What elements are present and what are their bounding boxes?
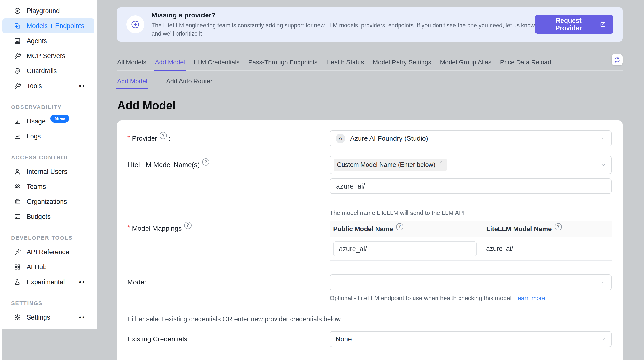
required-marker: * xyxy=(127,134,130,142)
submenu-dots-icon: •• xyxy=(79,314,86,321)
model-tabs: All ModelsAdd ModelLLM CredentialsPass-T… xyxy=(117,58,623,71)
external-link-icon xyxy=(600,21,606,28)
required-marker: * xyxy=(127,224,130,232)
provider-value: Azure AI Foundry (Studio) xyxy=(350,134,428,142)
mode-control xyxy=(330,274,612,290)
sidebar-item-label: Settings xyxy=(27,314,50,321)
mode-row: Mode: xyxy=(127,274,612,290)
public-model-name-input[interactable] xyxy=(333,241,477,256)
bar-chart-icon xyxy=(14,118,21,125)
litellm-model-name-value: azure_ai/ xyxy=(486,245,513,252)
provider-label: * Provider ? : xyxy=(127,130,330,146)
request-provider-label: Request Provider xyxy=(542,17,595,32)
sidebar-item-logs[interactable]: Logs xyxy=(2,129,94,144)
sidebar-item-ai-hub[interactable]: AI Hub xyxy=(2,260,94,274)
sidebar-item-label: API Reference xyxy=(27,248,69,256)
sidebar-item-usage[interactable]: UsageNew xyxy=(2,114,94,129)
custom-model-name-input[interactable] xyxy=(330,178,612,194)
line-chart-icon xyxy=(14,132,21,140)
chevron-down-icon xyxy=(600,280,606,285)
sidebar-item-label: Experimental xyxy=(27,278,65,286)
sidebar-item-teams[interactable]: Teams xyxy=(2,179,94,194)
model-names-control: Custom Model Name (Enter below) xyxy=(330,156,612,174)
public-model-name-cell xyxy=(330,237,471,261)
tab-model-retry-settings[interactable]: Model Retry Settings xyxy=(373,58,431,66)
wrench-icon xyxy=(14,82,21,90)
sidebar-item-label: Playground xyxy=(27,7,60,15)
refresh-button[interactable] xyxy=(612,54,623,65)
sidebar-item-internal-users[interactable]: Internal Users xyxy=(2,164,94,179)
sidebar-item-label: Teams xyxy=(27,183,46,190)
sidebar-item-organizations[interactable]: Organizations xyxy=(2,194,94,209)
help-icon[interactable]: ? xyxy=(184,222,192,229)
litellm-model-name-header: LiteLLM Model Name ? xyxy=(471,221,612,237)
team-icon xyxy=(14,183,21,190)
sidebar-item-models-endpoints[interactable]: Models + Endpoints xyxy=(2,18,94,34)
sidebar-item-tools[interactable]: Tools•• xyxy=(2,78,94,94)
existing-credentials-label: Existing Credentials: xyxy=(127,331,330,347)
credit-card-icon xyxy=(14,213,21,220)
sidebar-item-budgets[interactable]: Budgets xyxy=(2,209,94,224)
tab-add-model[interactable]: Add Model xyxy=(155,58,185,66)
gear-icon xyxy=(14,314,21,321)
mode-select[interactable] xyxy=(330,274,612,290)
tab-llm-credentials[interactable]: LLM Credentials xyxy=(194,58,240,66)
add-model-form-card: * Provider ? : A Azure AI Foundry (Studi… xyxy=(117,120,623,360)
sidebar-item-agents[interactable]: Agents xyxy=(2,34,94,48)
provider-avatar: A xyxy=(336,134,345,143)
custom-model-name-wrap: The model name LiteLLM will send to the … xyxy=(330,178,612,217)
sidebar-item-playground[interactable]: Playground xyxy=(2,4,94,18)
mappings-data-row: azure_ai/ xyxy=(330,237,612,261)
sidebar-item-api-reference[interactable]: API Reference xyxy=(2,244,94,260)
model-mappings-table: Public Model Name ? LiteLLM Model Name ? xyxy=(330,221,612,261)
existing-credentials-value: None xyxy=(336,335,352,343)
plus-circle-icon xyxy=(126,16,144,34)
tab-health-status[interactable]: Health Status xyxy=(326,58,364,66)
model-tabs-items: All ModelsAdd ModelLLM CredentialsPass-T… xyxy=(117,58,551,66)
help-icon[interactable]: ? xyxy=(396,223,403,230)
model-name-tag-label: Custom Model Name (Enter below) xyxy=(337,161,435,168)
add-model-subtabs: Add ModelAdd Auto Router xyxy=(117,71,623,89)
sidebar-section-title-settings: SETTINGS xyxy=(11,300,97,306)
sidebar-item-label: Models + Endpoints xyxy=(27,22,84,30)
provider-select[interactable]: A Azure AI Foundry (Studio) xyxy=(330,130,612,146)
model-names-label: LiteLLM Model Name(s) ? : xyxy=(127,156,330,174)
sidebar-item-guardrails[interactable]: Guardrails xyxy=(2,64,94,78)
sidebar-section-title-developer-tools: DEVELOPER TOOLS xyxy=(11,235,97,241)
public-model-name-header: Public Model Name ? xyxy=(330,221,471,237)
learn-more-link[interactable]: Learn more xyxy=(514,295,545,302)
sidebar-item-mcp-servers[interactable]: MCP Servers xyxy=(2,48,94,64)
remove-tag-icon[interactable] xyxy=(439,159,444,164)
main-content: Missing a provider? The LiteLLM engineer… xyxy=(97,0,644,360)
subtab-add-model[interactable]: Add Model xyxy=(117,78,147,85)
model-name-tag: Custom Model Name (Enter below) xyxy=(334,159,447,171)
banner-title: Missing a provider? xyxy=(152,12,535,19)
subtab-add-auto-router[interactable]: Add Auto Router xyxy=(166,78,212,85)
sidebar-item-experimental[interactable]: Experimental•• xyxy=(2,274,94,290)
mode-label: Mode: xyxy=(127,274,330,290)
help-icon[interactable]: ? xyxy=(555,223,562,230)
sidebar-section-title-access-control: ACCESS CONTROL xyxy=(11,154,97,161)
tab-model-group-alias[interactable]: Model Group Alias xyxy=(440,58,491,66)
sidebar-item-label: Usage xyxy=(27,118,46,125)
provider-row: * Provider ? : A Azure AI Foundry (Studi… xyxy=(127,130,612,146)
model-mappings-row: * Model Mappings ? : Public Model Name ? xyxy=(127,221,612,261)
tab-price-data-reload[interactable]: Price Data Reload xyxy=(500,58,551,66)
tab-all-models[interactable]: All Models xyxy=(117,58,146,66)
model-names-multiselect[interactable]: Custom Model Name (Enter below) xyxy=(330,156,612,174)
sidebar-item-label: Tools xyxy=(27,82,42,90)
existing-credentials-select[interactable]: None xyxy=(330,331,612,347)
sidebar-item-label: Organizations xyxy=(27,198,67,206)
sidebar: PlaygroundModels + EndpointsAgentsMCP Se… xyxy=(0,0,97,329)
sidebar-item-label: Budgets xyxy=(27,213,50,220)
provider-control: A Azure AI Foundry (Studio) xyxy=(330,130,612,146)
help-icon[interactable]: ? xyxy=(160,132,167,139)
sidebar-item-label: Agents xyxy=(27,37,47,45)
tab-pass-through-endpoints[interactable]: Pass-Through Endpoints xyxy=(248,58,318,66)
model-mappings-control: Public Model Name ? LiteLLM Model Name ? xyxy=(330,221,612,261)
model-mappings-label: * Model Mappings ? : xyxy=(127,221,330,261)
sidebar-item-settings[interactable]: Settings•• xyxy=(2,310,94,325)
request-provider-button[interactable]: Request Provider xyxy=(535,15,614,34)
page-title: Add Model xyxy=(117,99,623,112)
help-icon[interactable]: ? xyxy=(202,158,210,166)
